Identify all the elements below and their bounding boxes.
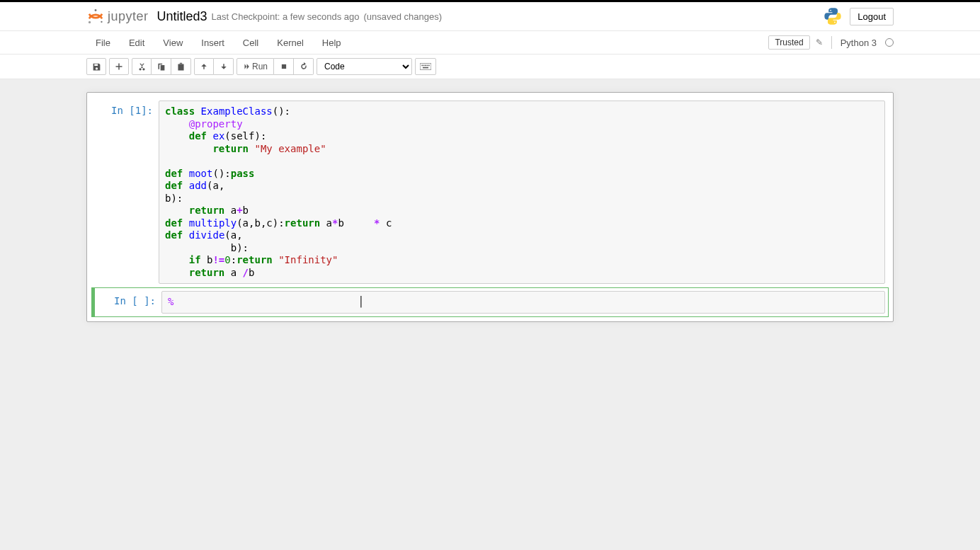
- svg-rect-8: [427, 65, 428, 67]
- add-cell-button[interactable]: [109, 58, 129, 75]
- notebook-title[interactable]: Untitled3: [157, 9, 207, 24]
- move-up-button[interactable]: [194, 58, 214, 75]
- run-button[interactable]: Run: [237, 58, 274, 75]
- svg-rect-7: [425, 65, 426, 67]
- python-icon: [823, 6, 843, 26]
- command-palette-button[interactable]: [415, 58, 436, 75]
- svg-rect-9: [428, 65, 430, 67]
- svg-point-0: [95, 9, 97, 11]
- svg-rect-10: [423, 67, 428, 69]
- kernel-name[interactable]: Python 3: [841, 38, 877, 48]
- kernel-status-icon: [885, 38, 894, 47]
- unsaved-status: (unsaved changes): [363, 11, 442, 22]
- menu-kernel[interactable]: Kernel: [268, 33, 313, 52]
- checkpoint-status: Last Checkpoint: a few seconds ago: [212, 11, 360, 22]
- pencil-icon[interactable]: ✎: [816, 38, 823, 47]
- svg-rect-4: [420, 63, 431, 70]
- menu-help[interactable]: Help: [313, 33, 351, 52]
- svg-point-2: [101, 21, 102, 23]
- move-down-button[interactable]: [214, 58, 234, 75]
- text-cursor: │: [358, 296, 363, 307]
- cut-button[interactable]: [132, 58, 152, 75]
- svg-rect-6: [423, 65, 425, 67]
- svg-rect-5: [421, 65, 423, 67]
- svg-rect-3: [281, 64, 285, 69]
- notebook-container[interactable]: In [1]:class ExampleClass(): @property d…: [86, 92, 894, 322]
- run-label: Run: [252, 62, 268, 71]
- cell-prompt: In [ ]:: [98, 291, 161, 314]
- code-cell[interactable]: In [1]:class ExampleClass(): @property d…: [91, 97, 889, 287]
- copy-button[interactable]: [152, 58, 171, 75]
- jupyter-logo[interactable]: jupyter: [86, 7, 149, 25]
- celltype-select[interactable]: CodeMarkdownRaw NBConvertHeading: [317, 58, 412, 75]
- interrupt-button[interactable]: [274, 58, 294, 75]
- trusted-indicator[interactable]: Trusted: [768, 35, 809, 50]
- menu-file[interactable]: File: [86, 33, 120, 52]
- cell-prompt: In [1]:: [95, 101, 159, 284]
- menu-edit[interactable]: Edit: [120, 33, 154, 52]
- paste-button[interactable]: [171, 58, 191, 75]
- code-cell[interactable]: In [ ]:%│: [91, 287, 889, 317]
- cell-input[interactable]: %│: [161, 291, 885, 314]
- logout-button[interactable]: Logout: [850, 8, 894, 25]
- save-button[interactable]: [86, 58, 106, 75]
- cell-input[interactable]: class ExampleClass(): @property def ex(s…: [159, 101, 885, 284]
- menu-view[interactable]: View: [154, 33, 192, 52]
- menu-cell[interactable]: Cell: [234, 33, 268, 52]
- divider: [831, 36, 832, 49]
- logo-text: jupyter: [108, 9, 149, 24]
- svg-point-1: [89, 21, 91, 23]
- restart-button[interactable]: [294, 58, 314, 75]
- menu-insert[interactable]: Insert: [192, 33, 234, 52]
